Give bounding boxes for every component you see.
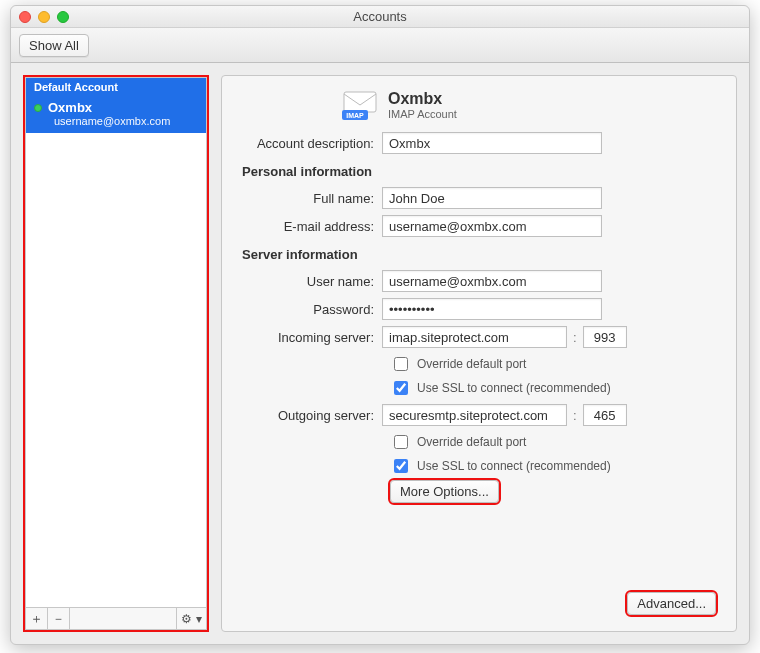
outgoing-override-port-label: Override default port <box>417 435 526 449</box>
password-input[interactable] <box>382 298 602 320</box>
outgoing-server-input[interactable] <box>382 404 567 426</box>
incoming-use-ssl-checkbox[interactable] <box>394 381 408 395</box>
incoming-server-input[interactable] <box>382 326 567 348</box>
incoming-override-port-label: Override default port <box>417 357 526 371</box>
traffic-lights <box>19 11 69 23</box>
full-name-input[interactable] <box>382 187 602 209</box>
user-name-input[interactable] <box>382 270 602 292</box>
outgoing-port-sep: : <box>573 408 577 423</box>
minus-icon: － <box>52 610 65 628</box>
personal-information-heading: Personal information <box>242 164 716 179</box>
advanced-button[interactable]: Advanced... <box>627 592 716 615</box>
sidebar-account-name: Oxmbx <box>48 100 92 115</box>
add-account-button[interactable]: ＋ <box>26 608 48 629</box>
outgoing-override-port-checkbox[interactable] <box>394 435 408 449</box>
body-area: Default Account Oxmbx username@oxmbx.com… <box>11 63 749 644</box>
show-all-button[interactable]: Show All <box>19 34 89 57</box>
plus-icon: ＋ <box>30 610 43 628</box>
account-title: Oxmbx <box>388 90 457 108</box>
titlebar: Accounts <box>11 6 749 28</box>
account-type-label: IMAP Account <box>388 108 457 120</box>
svg-text:IMAP: IMAP <box>346 112 364 119</box>
incoming-port-sep: : <box>573 330 577 345</box>
account-settings-panel: IMAP Oxmbx IMAP Account Account descript… <box>221 75 737 632</box>
account-description-label: Account description: <box>242 136 382 151</box>
sidebar-account-item[interactable]: Oxmbx username@oxmbx.com <box>26 96 206 133</box>
email-address-input[interactable] <box>382 215 602 237</box>
incoming-server-label: Incoming server: <box>242 330 382 345</box>
accounts-sidebar: Default Account Oxmbx username@oxmbx.com… <box>23 75 209 632</box>
account-description-input[interactable] <box>382 132 602 154</box>
sidebar-footer: ＋ － ⚙︎ ▾ <box>25 608 207 630</box>
toolbar: Show All <box>11 28 749 63</box>
incoming-override-port-checkbox[interactable] <box>394 357 408 371</box>
outgoing-use-ssl-label: Use SSL to connect (recommended) <box>417 459 611 473</box>
email-address-label: E-mail address: <box>242 219 382 234</box>
server-information-heading: Server information <box>242 247 716 262</box>
svg-rect-0 <box>344 92 376 112</box>
user-name-label: User name: <box>242 274 382 289</box>
accounts-list[interactable]: Default Account Oxmbx username@oxmbx.com <box>25 77 207 608</box>
account-actions-button[interactable]: ⚙︎ ▾ <box>176 608 206 629</box>
minimize-icon[interactable] <box>38 11 50 23</box>
imap-envelope-icon: IMAP <box>342 90 378 120</box>
gear-icon: ⚙︎ ▾ <box>181 612 201 626</box>
close-icon[interactable] <box>19 11 31 23</box>
outgoing-server-label: Outgoing server: <box>242 408 382 423</box>
zoom-icon[interactable] <box>57 11 69 23</box>
more-options-button[interactable]: More Options... <box>390 480 499 503</box>
sidebar-group-header: Default Account <box>26 78 206 96</box>
outgoing-use-ssl-checkbox[interactable] <box>394 459 408 473</box>
sidebar-account-email: username@oxmbx.com <box>34 115 198 127</box>
window-title: Accounts <box>353 9 406 24</box>
status-dot-icon <box>34 104 42 112</box>
outgoing-port-input <box>583 404 627 426</box>
remove-account-button[interactable]: － <box>48 608 70 629</box>
accounts-window: Accounts Show All Default Account Oxmbx … <box>10 5 750 645</box>
full-name-label: Full name: <box>242 191 382 206</box>
account-header: IMAP Oxmbx IMAP Account <box>242 90 716 120</box>
incoming-port-input <box>583 326 627 348</box>
incoming-use-ssl-label: Use SSL to connect (recommended) <box>417 381 611 395</box>
password-label: Password: <box>242 302 382 317</box>
